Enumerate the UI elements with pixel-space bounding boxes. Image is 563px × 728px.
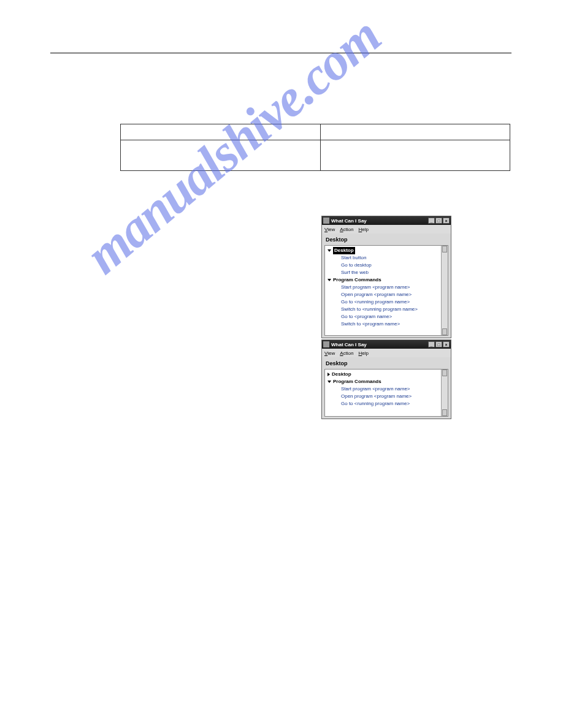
tree-item[interactable]: Surf the web — [327, 269, 440, 276]
menubar: View Action Help — [322, 349, 451, 357]
scrollbar[interactable] — [441, 246, 448, 335]
minimize-button[interactable]: _ — [428, 218, 435, 224]
tree-group-label: Desktop — [333, 247, 355, 254]
window-title: What Can I Say — [331, 342, 427, 347]
tree-group-label: Program Commands — [333, 276, 381, 284]
app-icon — [323, 341, 329, 347]
tree-item[interactable]: Go to desktop — [327, 262, 440, 269]
context-label: Desktop — [322, 357, 451, 369]
table-cell — [121, 140, 321, 171]
titlebar[interactable]: What Can I Say _ □ × — [322, 216, 451, 225]
tree-item[interactable]: Start button — [327, 254, 440, 262]
menu-help[interactable]: Help — [358, 351, 368, 356]
tree-view[interactable]: Desktop Start button Go to desktop Surf … — [324, 245, 448, 336]
tree-group-program-commands[interactable]: Program Commands — [327, 276, 440, 284]
table-cell — [321, 140, 510, 171]
app-icon — [323, 218, 329, 224]
content-table — [120, 124, 510, 171]
tree-view[interactable]: Desktop Program Commands Start program <… — [324, 369, 448, 417]
close-button[interactable]: × — [443, 218, 450, 224]
titlebar[interactable]: What Can I Say _ □ × — [322, 340, 451, 349]
tree-item[interactable]: Go to <running program name> — [327, 298, 440, 306]
table-cell — [121, 124, 321, 140]
what-can-i-say-window: What Can I Say _ □ × View Action Help De… — [321, 216, 451, 338]
tree-group-desktop[interactable]: Desktop — [327, 371, 440, 378]
page-rule — [50, 53, 511, 53]
menubar: View Action Help — [322, 225, 451, 233]
menu-action[interactable]: Action — [340, 227, 353, 232]
close-button[interactable]: × — [443, 341, 450, 347]
tree-item[interactable]: Open program <program name> — [327, 291, 440, 298]
tree-item[interactable]: Go to <running program name> — [327, 400, 440, 408]
table-cell — [321, 124, 510, 140]
minimize-button[interactable]: _ — [428, 341, 435, 347]
chevron-down-icon — [327, 249, 331, 252]
scrollbar[interactable] — [441, 370, 448, 416]
menu-help[interactable]: Help — [358, 227, 368, 232]
menu-action[interactable]: Action — [340, 351, 353, 356]
menu-view[interactable]: View — [324, 227, 335, 232]
chevron-right-icon — [327, 373, 330, 376]
tree-group-desktop[interactable]: Desktop — [327, 247, 440, 254]
window-title: What Can I Say — [331, 218, 427, 224]
tree-group-label: Desktop — [332, 371, 351, 378]
menu-view[interactable]: View — [324, 351, 335, 356]
tree-group-program-commands[interactable]: Program Commands — [327, 378, 440, 385]
maximize-button[interactable]: □ — [435, 341, 442, 347]
tree-item[interactable]: Switch to <running program name> — [327, 306, 440, 313]
chevron-down-icon — [327, 381, 331, 383]
tree-item[interactable]: Start program <program name> — [327, 385, 440, 393]
tree-item[interactable]: Start program <program name> — [327, 284, 440, 291]
tree-group-label: Program Commands — [333, 378, 381, 385]
tree-item[interactable]: Switch to <program name> — [327, 320, 440, 328]
chevron-down-icon — [327, 279, 331, 281]
tree-item[interactable]: Open program <program name> — [327, 393, 440, 400]
what-can-i-say-window: What Can I Say _ □ × View Action Help De… — [321, 339, 451, 419]
maximize-button[interactable]: □ — [435, 218, 442, 224]
context-label: Desktop — [322, 233, 451, 245]
tree-item[interactable]: Go to <program name> — [327, 313, 440, 320]
